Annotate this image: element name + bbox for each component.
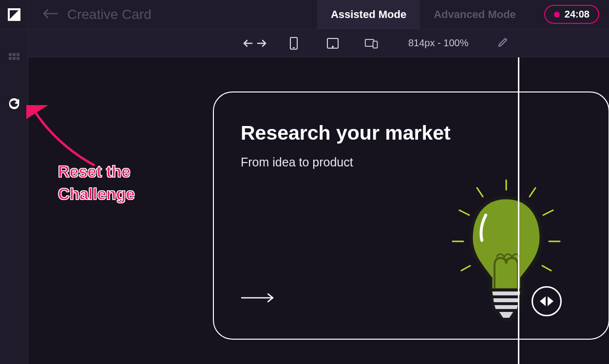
- resize-handle[interactable]: [532, 286, 562, 316]
- edit-button[interactable]: [497, 37, 508, 50]
- svg-point-9: [332, 46, 333, 47]
- svg-line-21: [542, 266, 551, 271]
- card-heading: Research your market: [241, 122, 582, 145]
- timer-badge[interactable]: 24:08: [544, 5, 599, 24]
- svg-line-14: [477, 188, 483, 197]
- reset-icon: [8, 98, 20, 112]
- svg-line-15: [530, 188, 535, 197]
- card-arrow-icon: [241, 293, 275, 305]
- device-responsive-button[interactable]: [360, 34, 384, 53]
- app-logo[interactable]: [0, 0, 28, 29]
- reset-challenge-button[interactable]: [0, 93, 28, 117]
- page-title: Creative Card: [67, 7, 152, 22]
- undo-redo-button[interactable]: [243, 34, 267, 53]
- pencil-icon: [497, 37, 508, 48]
- back-button[interactable]: [43, 9, 58, 20]
- header: Creative Card Assisted Mode Advanced Mod…: [28, 0, 609, 29]
- tab-assisted-mode[interactable]: Assisted Mode: [317, 0, 420, 29]
- record-dot-icon: [554, 12, 560, 18]
- canvas: Research your market From idea to produc…: [28, 57, 609, 364]
- grid-icon: [9, 53, 19, 60]
- device-mobile-button[interactable]: [282, 34, 306, 53]
- canvas-toolbar: 814px - 100%: [28, 29, 609, 57]
- svg-line-20: [461, 266, 470, 271]
- svg-line-17: [543, 210, 553, 215]
- zoom-info[interactable]: 814px - 100%: [408, 37, 468, 49]
- svg-line-16: [459, 210, 469, 215]
- width-ruler: [518, 57, 519, 364]
- mode-tabs: Assisted Mode Advanced Mode: [317, 0, 530, 29]
- sidebar-grid-button[interactable]: [0, 44, 28, 69]
- svg-rect-11: [373, 41, 378, 48]
- device-tablet-button[interactable]: [321, 34, 345, 53]
- tab-advanced-mode[interactable]: Advanced Mode: [420, 0, 530, 29]
- card-subheading: From idea to product: [241, 155, 582, 169]
- sidebar: [0, 0, 28, 364]
- timer-value: 24:08: [565, 9, 590, 20]
- divider: [0, 29, 28, 30]
